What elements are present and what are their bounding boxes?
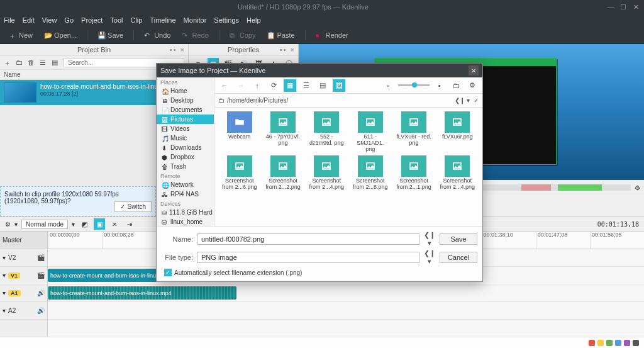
minimize-icon[interactable]: — xyxy=(606,3,615,11)
cancel-button[interactable]: Cancel xyxy=(440,252,477,263)
track-header-a2[interactable]: ▾ A2 🔊 xyxy=(0,302,47,320)
bookmark-icon[interactable]: ❮❙ ▾ xyxy=(455,97,470,104)
track-header-a1[interactable]: ▾ A1 🔊 xyxy=(0,284,47,302)
place-trash[interactable]: 🗑Trash xyxy=(157,162,214,171)
up-icon[interactable]: ↑ xyxy=(251,79,264,92)
timeline-timecode[interactable]: 00:01:13,18 xyxy=(597,221,639,228)
zoom-in-dialog-icon[interactable]: ▪ xyxy=(433,79,446,92)
place-device-2[interactable]: ⛁linux_home xyxy=(157,217,214,226)
menu-timeline[interactable]: Timeline xyxy=(150,16,175,24)
copy-button[interactable]: ⧉Copy xyxy=(226,30,260,40)
new-folder-icon[interactable]: 🗀 xyxy=(16,59,24,67)
select-tool[interactable]: ▣ xyxy=(94,218,105,230)
reload-icon[interactable]: ⟳ xyxy=(267,79,280,92)
place-pictures[interactable]: 🖼Pictures xyxy=(157,115,214,124)
delete-icon[interactable]: 🗑 xyxy=(28,59,36,67)
status-dot-yellow[interactable] xyxy=(597,340,604,346)
place-rpi4[interactable]: 🖧RPi4 NAS xyxy=(157,189,214,199)
close-icon[interactable]: ✕ xyxy=(631,3,640,11)
view-detail-icon[interactable]: ▤ xyxy=(316,79,329,92)
place-device-1[interactable]: ⛁111.8 GiB Hard D... xyxy=(157,208,214,217)
new-folder-dialog-icon[interactable]: 🗀 xyxy=(450,79,462,92)
place-documents[interactable]: 📄Documents xyxy=(157,105,214,115)
menu-monitor[interactable]: Monitor xyxy=(184,16,207,24)
file-item[interactable]: Screenshot from 2...2.png xyxy=(262,155,304,191)
file-item[interactable]: Screenshot from 2...8.png xyxy=(349,155,391,191)
view-list-icon[interactable]: ☰ xyxy=(300,79,313,92)
dialog-close-icon[interactable]: ✕ xyxy=(469,65,479,76)
filetype-combo[interactable]: PNG image xyxy=(197,252,419,263)
paste-button[interactable]: 📋Paste xyxy=(263,30,298,40)
forward-icon[interactable]: → xyxy=(235,79,247,92)
auto-extension-checkbox[interactable]: ✓ Automatically select filename extensio… xyxy=(162,267,477,279)
open-button[interactable]: 📂Open... xyxy=(40,30,80,40)
file-item[interactable]: fLVXu6r - red. png xyxy=(392,111,435,153)
filename-input[interactable]: untitled-f000782.png xyxy=(197,233,419,245)
menu-settings[interactable]: Settings xyxy=(214,16,239,24)
status-dot-gray[interactable] xyxy=(633,340,639,346)
track-header-v2[interactable]: ▾ V2 🎬 xyxy=(0,249,47,267)
menu-go[interactable]: Go xyxy=(64,16,74,24)
menu-clip[interactable]: Clip xyxy=(130,16,142,24)
filetype-history-icon[interactable]: ❮❙ ▾ xyxy=(423,249,436,266)
dialog-titlebar[interactable]: Save Image to Project — Kdenlive ✕ xyxy=(157,64,482,77)
status-dot-green[interactable] xyxy=(606,340,613,346)
timeline-clip-audio[interactable]: how-to-create-mount-and-burn-isos-in-lin… xyxy=(48,286,236,300)
add-clip-icon[interactable]: ＋▾ xyxy=(4,59,12,67)
spacer-tool[interactable]: ⇥ xyxy=(124,218,135,230)
status-dot-purple[interactable] xyxy=(624,340,630,346)
status-dot-blue[interactable] xyxy=(615,340,621,346)
file-item[interactable]: 611 - SMJ1AD1. png xyxy=(349,111,391,153)
status-dot-red[interactable] xyxy=(589,340,595,346)
razor-tool[interactable]: ✕ xyxy=(109,218,120,230)
save-button[interactable]: 💾Save xyxy=(94,30,127,40)
menu-tool[interactable]: Tool xyxy=(110,16,123,24)
menu-project[interactable]: Project xyxy=(81,16,103,24)
file-item[interactable]: fLVXu6r.png xyxy=(436,111,479,153)
place-desktop[interactable]: 🖥Desktop xyxy=(157,96,214,105)
file-item[interactable]: Screenshot from 2...4.png xyxy=(436,155,479,191)
path-bar[interactable]: 🗀 /home/derrik/Pictures/ ❮❙ ▾ ✓ xyxy=(214,94,482,108)
chevron-down-icon[interactable]: ▾ xyxy=(14,221,18,228)
render-button[interactable]: ●Render xyxy=(312,30,352,40)
menu-view[interactable]: View xyxy=(42,16,57,24)
track-compositing-icon[interactable]: ◩ xyxy=(79,218,90,230)
gear-icon[interactable]: ⚙ xyxy=(5,221,11,228)
icon-size-slider[interactable] xyxy=(398,84,430,86)
view-icons-icon[interactable]: ▦ xyxy=(284,79,296,92)
place-music[interactable]: 🎵Music xyxy=(157,133,214,143)
preview-icon[interactable]: 🖼 xyxy=(333,79,345,92)
accept-path-icon[interactable]: ✓ xyxy=(474,97,479,104)
dropdown-icon[interactable]: ▾ xyxy=(72,221,75,228)
edit-mode-combo[interactable]: Normal mode xyxy=(21,220,68,229)
file-item[interactable]: 552 - dz1m9td. png xyxy=(306,111,348,153)
place-dropbox[interactable]: ⬢Dropbox xyxy=(157,152,214,162)
master-track-header[interactable]: Master xyxy=(0,232,47,249)
undo-button[interactable]: ↶Undo xyxy=(140,30,174,40)
place-home[interactable]: 🏠Home xyxy=(157,86,214,96)
redo-button[interactable]: ↷Redo xyxy=(178,30,212,40)
place-network[interactable]: 🌐Network xyxy=(157,180,214,189)
track-a2[interactable] xyxy=(48,302,644,320)
back-icon[interactable]: ← xyxy=(218,79,231,92)
menu-edit[interactable]: Edit xyxy=(23,16,35,24)
file-item[interactable]: Screenshot from 2...6.png xyxy=(218,155,260,191)
file-item[interactable]: Screenshot from 2...4.png xyxy=(306,155,348,191)
options-icon[interactable]: ⚙ xyxy=(635,184,640,191)
switch-button[interactable]: ✓ Switch xyxy=(114,201,152,212)
save-file-button[interactable]: Save xyxy=(440,233,477,245)
tag-icon[interactable]: ☰ xyxy=(40,59,48,67)
file-item[interactable]: 46 - 7pY01Vl. png xyxy=(262,111,304,153)
menu-file[interactable]: File xyxy=(4,16,15,24)
name-history-icon[interactable]: ❮❙ ▾ xyxy=(423,231,436,247)
maximize-icon[interactable]: ☐ xyxy=(619,3,628,11)
menu-help[interactable]: Help xyxy=(247,16,261,24)
track-header-v1[interactable]: ▾ V1 🎬 xyxy=(0,267,47,284)
new-button[interactable]: ＋New xyxy=(5,30,36,40)
list-icon[interactable]: ▤ xyxy=(52,59,60,67)
zoom-out-dialog-icon[interactable]: ▫ xyxy=(382,79,394,92)
place-videos[interactable]: 🎞Videos xyxy=(157,124,214,133)
settings-dialog-icon[interactable]: ⚙ xyxy=(466,79,479,92)
file-item[interactable]: Screenshot from 2...1.png xyxy=(392,155,435,191)
track-a1[interactable]: how-to-create-mount-and-burn-isos-in-lin… xyxy=(48,284,644,302)
